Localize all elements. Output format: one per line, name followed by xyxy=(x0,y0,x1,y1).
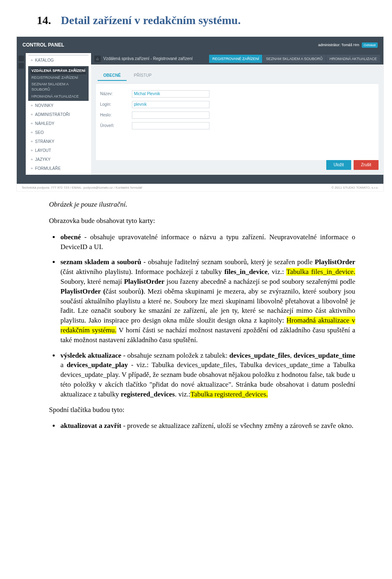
bottom-buttons-intro: Spodní tlačítka budou tyto: xyxy=(49,405,355,415)
save-button[interactable]: Uložit xyxy=(326,160,351,170)
cancel-button[interactable]: Zrušit xyxy=(354,160,379,170)
sidebar-item-2[interactable]: NÁHLEDY xyxy=(28,120,89,128)
bullet-vysledek: výsledek aktualizace - obsahuje seznam p… xyxy=(60,351,355,399)
label-nazev: Název: xyxy=(100,91,125,97)
bullet-seznam: seznam skladem a souborů - obsahuje řadi… xyxy=(60,257,355,345)
footer-right: © 2011 STUDIO TOMATO, s.r.o. xyxy=(331,185,379,190)
sidebar-sub-3[interactable]: HROMADNÁ AKTUALIZACE xyxy=(31,93,86,100)
input-heslo[interactable] xyxy=(132,111,209,119)
sidebar: KATALOG VZDÁLENÁ SPRÁVA ZAŘÍZENÍ REGISTR… xyxy=(26,53,91,175)
intro-line: Obrazovka bude obsahovat tyto karty: xyxy=(49,216,355,226)
b-seznam: seznam skladem a souborů xyxy=(60,258,141,266)
sidebar-sub-0[interactable]: VZDÁLENÁ SPRÁVA ZAŘÍZENÍ xyxy=(31,67,86,74)
content-tab-obecne[interactable]: OBECNÉ xyxy=(98,71,127,81)
bullet-obecne: obecné - obsahuje upravovatelné informac… xyxy=(60,232,355,252)
label-login: Login: xyxy=(100,102,125,107)
caption: Obrázek je pouze ilustrační. xyxy=(49,200,355,209)
sidebar-item-6[interactable]: JAZYKY xyxy=(28,156,89,164)
search-input[interactable] xyxy=(28,55,89,56)
sidebar-item-1[interactable]: ADMINISTRÁTOŘI xyxy=(28,111,89,119)
heading-text: Detail zařízení v redakčním systému. xyxy=(61,12,241,28)
heading-14: 14. Detail zařízení v redakčním systému. xyxy=(37,12,355,28)
sidebar-active-block: VZDÁLENÁ SPRÁVA ZAŘÍZENÍ REGISTROVANÉ ZA… xyxy=(28,66,89,101)
label-heslo: Heslo: xyxy=(100,112,125,118)
logout-chip[interactable]: Odhlásit xyxy=(362,42,378,48)
content-tab-pristup[interactable]: PŘÍSTUP xyxy=(128,71,157,81)
sidebar-sub-1[interactable]: REGISTROVANÉ ZAŘÍZENÍ xyxy=(31,74,86,81)
b-vysledek: výsledek aktualizace xyxy=(60,352,121,359)
user-label: administrátor: Tomáš Hrn xyxy=(318,42,359,48)
sidebar-item-4[interactable]: STRÁNKY xyxy=(28,138,89,146)
input-uroven[interactable] xyxy=(132,122,209,129)
hl-tabulka-files: Tabulka files_in_device. xyxy=(286,268,355,276)
input-login[interactable]: plevnik xyxy=(132,101,209,108)
user-area: administrátor: Tomáš Hrn Odhlásit xyxy=(318,42,378,48)
gutter xyxy=(17,53,26,175)
input-nazev[interactable]: Michal Plevnik xyxy=(132,90,209,98)
label-uroven: Úroveň: xyxy=(100,123,125,129)
panel-title: CONTROL PANEL xyxy=(22,42,64,49)
bullet-aktualizovat: aktualizovat a zavřít - provede se aktua… xyxy=(60,421,355,431)
b-obecne: obecné xyxy=(60,233,81,241)
breadcrumb: Vzdálená správa zařízení - Registrované … xyxy=(103,56,193,62)
footer-left: Technická podpora: 777 972 723 / EMAIL: … xyxy=(22,185,142,190)
screenshot-control-panel: CONTROL PANEL administrátor: Tomáš Hrn O… xyxy=(16,36,384,192)
sidebar-item-3[interactable]: SEO xyxy=(28,129,89,137)
t-obecne: - obsahuje upravovatelné informace o náz… xyxy=(60,233,355,251)
sidebar-sub-2[interactable]: SEZNAM SKLADEM A SOUBORŮ xyxy=(31,81,86,93)
toptab-2[interactable]: HROMADNÁ AKTUALIZACE xyxy=(326,55,380,63)
sidebar-item-7[interactable]: FORMULÁŘE xyxy=(28,165,89,173)
toptab-0[interactable]: REGISTROVANÉ ZAŘÍZENÍ xyxy=(209,55,262,63)
home-icon[interactable]: ⌂ xyxy=(94,56,101,62)
footer-bar xyxy=(17,175,383,184)
hl-registered: Tabulka registered_devices. xyxy=(190,390,268,398)
heading-number: 14. xyxy=(37,12,51,28)
b-aktzav: aktualizovat a zavřít xyxy=(60,422,121,430)
sidebar-item-katalog[interactable]: KATALOG xyxy=(28,56,89,65)
sidebar-item-0[interactable]: NOVINKY xyxy=(28,102,89,110)
sidebar-item-5[interactable]: LAYOUT xyxy=(28,147,89,155)
toptab-1[interactable]: SEZNAM SKLADEM A SOUBORŮ xyxy=(263,55,326,63)
